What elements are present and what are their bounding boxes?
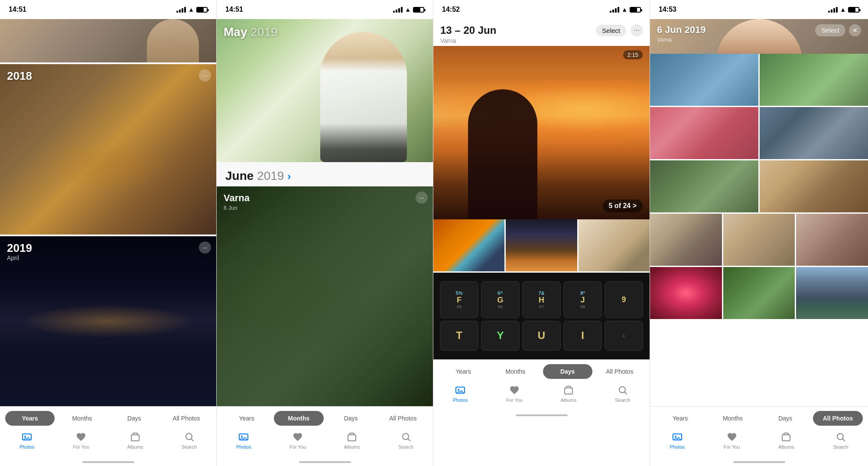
view-years-4[interactable]: Years xyxy=(655,411,705,426)
tab-albums-1[interactable]: Albums xyxy=(108,431,163,450)
panel-months: 14:51 ▲ May 2019 June 2019 xyxy=(217,0,433,466)
view-selector-1: Years Months Days All Photos xyxy=(0,407,216,429)
tab-search-4[interactable]: Search xyxy=(813,431,868,450)
tab-search-2[interactable]: Search xyxy=(379,431,433,450)
grid-cell-portrait2[interactable] xyxy=(650,214,722,266)
tab-foryou-3[interactable]: For You xyxy=(488,384,542,403)
key-u: U xyxy=(522,321,561,351)
tab-foryou-2[interactable]: For You xyxy=(271,431,325,450)
foryou-icon-1 xyxy=(75,431,87,443)
view-days-2[interactable]: Days xyxy=(326,411,376,426)
status-bar-1: 14:51 ▲ xyxy=(0,0,216,19)
tab-bar-2: Years Months Days All Photos Photos For … xyxy=(217,406,433,458)
svg-line-9 xyxy=(408,439,410,441)
view-allphotos-2[interactable]: All Photos xyxy=(378,411,428,426)
view-years-2[interactable]: Years xyxy=(222,411,271,426)
home-indicator-3 xyxy=(433,411,650,419)
photos-icon-4 xyxy=(671,431,683,443)
thumb-keyboard-large[interactable]: 5% F F5 6^ G F6 7& H F7 8* xyxy=(433,273,650,359)
time-badge: 2:15 xyxy=(623,50,643,59)
tab-photos-2[interactable]: Photos xyxy=(217,431,271,450)
grid-cell-flower[interactable] xyxy=(650,107,758,159)
svg-point-1 xyxy=(24,436,26,437)
signal-bar xyxy=(179,10,181,13)
year-card-2018[interactable]: 2018 ··· xyxy=(0,64,216,235)
bottom-tabs-1: Photos For You Albums xyxy=(0,429,216,453)
photo-count-badge[interactable]: 5 of 24 > xyxy=(603,199,643,212)
day-hero-sunset[interactable]: 2:15 5 of 24 > xyxy=(433,46,650,219)
tab-photos-4[interactable]: Photos xyxy=(650,431,705,450)
view-years-3[interactable]: Years xyxy=(439,364,488,379)
grid-cell-rose[interactable] xyxy=(650,267,722,319)
signal-bar xyxy=(184,7,186,13)
year-sublabel-2019: April xyxy=(7,254,19,261)
tab-label-photos-2: Photos xyxy=(236,444,251,450)
allphotos-select-btn[interactable]: Select xyxy=(815,24,845,36)
thumb-1[interactable] xyxy=(433,219,504,271)
svg-rect-17 xyxy=(782,435,790,441)
view-allphotos-1[interactable]: All Photos xyxy=(162,411,211,426)
signal-bars-1 xyxy=(176,7,186,13)
svg-point-16 xyxy=(675,436,676,437)
year-label-2019: 2019 xyxy=(7,241,32,255)
grid-cell-landscape[interactable] xyxy=(796,267,868,319)
status-icons-1: ▲ xyxy=(176,6,208,13)
allphotos-header: 6 Jun 2019 Varna Select ✕ xyxy=(650,19,868,45)
tab-search-3[interactable]: Search xyxy=(595,384,650,403)
tab-photos-3[interactable]: Photos xyxy=(433,384,488,403)
tab-label-albums-2: Albums xyxy=(344,444,360,450)
search-icon-2 xyxy=(400,431,412,443)
view-days-1[interactable]: Days xyxy=(110,411,159,426)
grid-cell-tree1[interactable] xyxy=(723,267,795,319)
more-button-2018[interactable]: ··· xyxy=(199,69,211,81)
grid-cell-sitting[interactable] xyxy=(723,214,795,266)
view-allphotos-4[interactable]: All Photos xyxy=(813,411,863,426)
battery-icon-4 xyxy=(848,7,859,13)
view-months-1[interactable]: Months xyxy=(57,411,107,426)
select-button[interactable]: Select xyxy=(596,25,626,36)
foryou-icon-3 xyxy=(508,384,520,396)
view-months-4[interactable]: Months xyxy=(708,411,757,426)
home-indicator-4 xyxy=(650,458,868,466)
key-t: T xyxy=(440,321,478,351)
key-9: 9 xyxy=(605,281,643,318)
grid-cell-building[interactable] xyxy=(650,54,758,106)
view-months-3[interactable]: Months xyxy=(491,364,540,379)
photo-grid xyxy=(650,54,868,406)
grid-cell-building2[interactable] xyxy=(760,107,868,159)
top-partial-card[interactable] xyxy=(0,19,216,62)
more-button-2019[interactable]: ··· xyxy=(199,241,211,254)
search-icon-1 xyxy=(183,431,195,443)
view-allphotos-3[interactable]: All Photos xyxy=(595,364,644,379)
view-months-2[interactable]: Months xyxy=(274,411,323,426)
allphotos-more-btn[interactable]: ✕ xyxy=(849,24,861,36)
tab-foryou-4[interactable]: For You xyxy=(705,431,759,450)
thumb-3[interactable] xyxy=(579,219,650,271)
more-button-month[interactable]: ··· xyxy=(416,192,428,204)
month-hero-may[interactable]: May 2019 xyxy=(217,19,433,162)
days-date-range: 13 – 20 Jun xyxy=(440,24,496,36)
tab-photos-1[interactable]: Photos xyxy=(0,431,54,450)
svg-point-11 xyxy=(458,389,459,391)
year-card-2019[interactable]: 2019 April ··· xyxy=(0,236,216,407)
photos-content-3: 13 – 20 Jun Varna Select ··· 2:15 5 of 2… xyxy=(433,19,650,466)
day-thumbs-grid: 5% F F5 6^ G F6 7& H F7 8* xyxy=(433,219,650,359)
grid-cell-path[interactable] xyxy=(760,54,868,106)
view-years-1[interactable]: Years xyxy=(5,411,55,426)
view-days-4[interactable]: Days xyxy=(761,411,810,426)
month-card-varna[interactable]: Varna 6 Jun ··· xyxy=(217,186,433,406)
view-days-3[interactable]: Days xyxy=(543,364,592,379)
tab-albums-4[interactable]: Albums xyxy=(759,431,814,450)
grid-cell-portrait4[interactable] xyxy=(796,214,868,266)
city-lights xyxy=(22,304,195,339)
grid-cell-portrait1[interactable] xyxy=(760,160,868,212)
sunset-glow xyxy=(433,81,650,150)
tab-albums-2[interactable]: Albums xyxy=(325,431,379,450)
tab-foryou-1[interactable]: For You xyxy=(54,431,108,450)
tab-albums-3[interactable]: Albums xyxy=(542,384,596,403)
tab-search-1[interactable]: Search xyxy=(162,431,216,450)
more-button-days[interactable]: ··· xyxy=(631,24,643,36)
home-indicator-1 xyxy=(0,458,216,466)
grid-cell-greenfield[interactable] xyxy=(650,160,758,212)
thumb-2[interactable] xyxy=(506,219,577,271)
